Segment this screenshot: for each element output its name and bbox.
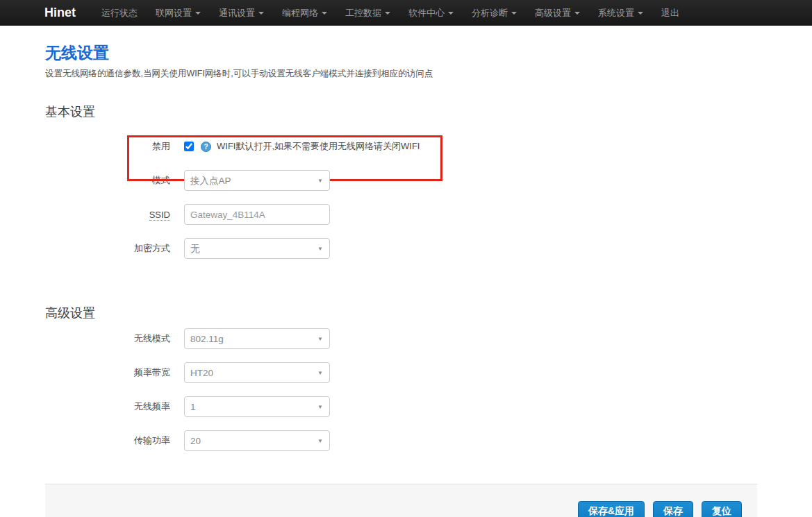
tx-power-select[interactable]: 20 xyxy=(184,430,330,451)
bandwidth-row: 频率带宽 HT20 ▼ xyxy=(45,362,757,383)
nav-item-network-settings[interactable]: 联网设置 xyxy=(147,0,210,26)
advanced-settings-heading: 高级设置 xyxy=(45,305,757,321)
nav-item-software-center[interactable]: 软件中心 xyxy=(399,0,463,26)
tx-power-row: 传输功率 20 ▼ xyxy=(45,430,757,451)
basic-settings-heading: 基本设置 xyxy=(45,103,757,120)
nav-item-programming-network[interactable]: 编程网络 xyxy=(273,0,336,26)
page-description: 设置无线网络的通信参数,当网关使用WIFI网络时,可以手动设置无线客户端模式并连… xyxy=(45,68,757,80)
nav-item-advanced-settings[interactable]: 高级设置 xyxy=(526,0,589,26)
page-title: 无线设置 xyxy=(45,42,757,64)
bandwidth-label: 频率带宽 xyxy=(45,366,170,379)
channel-row: 无线频率 1 ▼ xyxy=(45,396,757,417)
ssid-label: SSID xyxy=(45,210,170,220)
save-button[interactable]: 保存 xyxy=(653,501,693,517)
basic-settings-section: 基本设置 禁用 ? WIFI默认打开,如果不需要使用无线网络请关闭WIFI 模式… xyxy=(45,103,757,259)
nav-item-industrial-data[interactable]: 工控数据 xyxy=(336,0,399,26)
reset-button[interactable]: 复位 xyxy=(702,501,742,517)
channel-select[interactable]: 1 xyxy=(184,396,330,417)
disable-label: 禁用 xyxy=(45,140,170,153)
nav-item-running-status[interactable]: 运行状态 xyxy=(92,0,147,26)
chevron-down-icon xyxy=(258,12,264,15)
nav-menu: 运行状态 联网设置 通讯设置 编程网络 工控数据 软件中心 分析诊断 高级设置 … xyxy=(92,0,688,26)
bandwidth-select[interactable]: HT20 xyxy=(184,362,330,383)
footer-action-bar: 保存&应用 保存 复位 xyxy=(45,484,757,517)
chevron-down-icon xyxy=(195,12,201,15)
disable-wifi-checkbox[interactable] xyxy=(184,142,194,151)
advanced-settings-form: 无线模式 802.11g ▼ 频率带宽 HT20 ▼ 无线频 xyxy=(45,328,757,451)
encryption-select[interactable]: 无 xyxy=(184,238,330,259)
tx-power-label: 传输功率 xyxy=(45,434,170,447)
chevron-down-icon xyxy=(385,12,390,15)
disable-row: 禁用 ? WIFI默认打开,如果不需要使用无线网络请关闭WIFI xyxy=(45,138,757,155)
wireless-mode-label: 无线模式 xyxy=(45,332,170,345)
nav-item-analysis-diagnosis[interactable]: 分析诊断 xyxy=(463,0,526,26)
help-question-icon[interactable]: ? xyxy=(201,142,211,152)
nav-item-logout[interactable]: 退出 xyxy=(652,0,688,26)
chevron-down-icon xyxy=(574,12,580,15)
basic-settings-form: 禁用 ? WIFI默认打开,如果不需要使用无线网络请关闭WIFI 模式 接入点A… xyxy=(45,138,757,259)
save-apply-button[interactable]: 保存&应用 xyxy=(578,501,645,517)
ssid-input[interactable] xyxy=(184,204,330,225)
wireless-mode-row: 无线模式 802.11g ▼ xyxy=(45,328,757,349)
nav-item-system-settings[interactable]: 系统设置 xyxy=(589,0,652,26)
chevron-down-icon xyxy=(322,12,327,15)
mode-label: 模式 xyxy=(45,174,170,187)
ssid-row: SSID xyxy=(45,204,757,225)
mode-row: 模式 接入点AP ▼ xyxy=(45,170,757,191)
mode-select[interactable]: 接入点AP xyxy=(184,170,330,191)
nav-item-comm-settings[interactable]: 通讯设置 xyxy=(210,0,273,26)
chevron-down-icon xyxy=(448,12,454,15)
encryption-row: 加密方式 无 ▼ xyxy=(45,238,757,259)
encryption-label: 加密方式 xyxy=(45,242,170,255)
page-content: 无线设置 设置无线网络的通信参数,当网关使用WIFI网络时,可以手动设置无线客户… xyxy=(45,42,757,451)
chevron-down-icon xyxy=(638,12,643,15)
brand-logo[interactable]: Hinet xyxy=(44,6,76,20)
chevron-down-icon xyxy=(511,12,517,15)
top-navbar: Hinet 运行状态 联网设置 通讯设置 编程网络 工控数据 软件中心 分析诊断… xyxy=(0,0,812,26)
disable-hint-text: WIFI默认打开,如果不需要使用无线网络请关闭WIFI xyxy=(217,140,420,153)
advanced-settings-section: 高级设置 无线模式 802.11g ▼ 频率带宽 HT20 ▼ xyxy=(45,305,757,451)
channel-label: 无线频率 xyxy=(45,400,170,413)
wireless-mode-select[interactable]: 802.11g xyxy=(184,328,330,349)
